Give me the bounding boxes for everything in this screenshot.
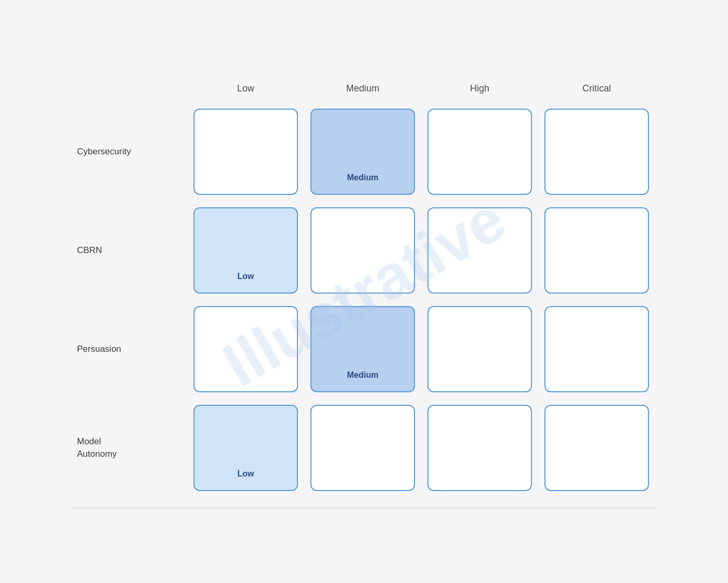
cell-box xyxy=(544,306,649,392)
header-high: High xyxy=(421,75,538,102)
cell-box xyxy=(427,207,532,294)
cell-box: Medium xyxy=(310,109,415,195)
cell-box xyxy=(193,109,298,195)
cell-persuasion-high[interactable] xyxy=(421,300,538,399)
cell-persuasion-low[interactable] xyxy=(187,300,304,399)
bottom-divider xyxy=(73,508,655,508)
cell-modelautonomy-critical[interactable] xyxy=(538,399,655,497)
cell-box xyxy=(193,306,298,392)
cell-box xyxy=(310,207,415,294)
row-label-cbrn: CBRN xyxy=(73,201,187,300)
cell-cbrn-critical[interactable] xyxy=(538,201,655,300)
cell-box xyxy=(427,109,532,195)
cell-box: Low xyxy=(193,405,298,491)
cell-cbrn-high[interactable] xyxy=(421,201,538,300)
cell-value: Medium xyxy=(347,173,378,182)
cell-box xyxy=(427,405,532,491)
cell-cybersecurity-critical[interactable] xyxy=(538,102,655,201)
row-label-cybersecurity: Cybersecurity xyxy=(73,102,187,201)
main-container: Illustrative Low Medium High Critical Cy… xyxy=(52,44,676,539)
cell-cybersecurity-high[interactable] xyxy=(421,102,538,201)
cell-box xyxy=(310,405,415,491)
header-corner xyxy=(73,75,187,102)
cell-modelautonomy-medium[interactable] xyxy=(304,399,421,497)
cell-box xyxy=(544,405,649,491)
cell-box xyxy=(427,306,532,392)
header-medium: Medium xyxy=(304,75,421,102)
cell-box: Medium xyxy=(310,306,415,392)
cell-persuasion-critical[interactable] xyxy=(538,300,655,399)
cell-box xyxy=(544,207,649,294)
header-low: Low xyxy=(187,75,304,102)
row-label-persuasion: Persuasion xyxy=(73,300,187,399)
cell-box: Low xyxy=(193,207,298,294)
row-label-model-autonomy: Model Autonomy xyxy=(73,399,187,497)
cell-cybersecurity-medium[interactable]: Medium xyxy=(304,102,421,201)
cell-modelautonomy-low[interactable]: Low xyxy=(187,399,304,497)
cell-value: Low xyxy=(238,272,254,281)
cell-cybersecurity-low[interactable] xyxy=(187,102,304,201)
cell-cbrn-low[interactable]: Low xyxy=(187,201,304,300)
header-critical: Critical xyxy=(538,75,655,102)
cell-value: Low xyxy=(238,469,254,479)
cell-value: Medium xyxy=(347,370,378,380)
cell-modelautonomy-high[interactable] xyxy=(421,399,538,497)
cell-cbrn-medium[interactable] xyxy=(304,201,421,300)
grid: Low Medium High Critical Cybersecurity M… xyxy=(73,75,655,508)
cell-box xyxy=(544,109,649,195)
cell-persuasion-medium[interactable]: Medium xyxy=(304,300,421,399)
